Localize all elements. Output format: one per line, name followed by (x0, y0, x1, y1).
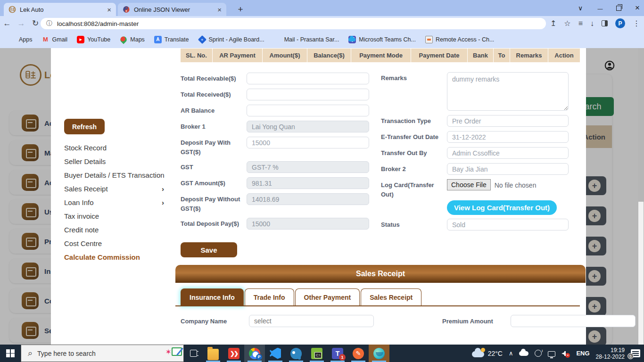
choose-file-button[interactable]: Choose File (447, 179, 491, 190)
tab-sales-receipt[interactable]: Sales Receipt (361, 288, 421, 306)
tray-expand-icon[interactable] (509, 350, 513, 357)
taskbar-teams[interactable]: 1 (327, 345, 348, 362)
new-tab-button[interactable] (235, 4, 246, 15)
bookmark-sprint[interactable]: Sprint - Agile Board... (195, 34, 268, 45)
taskbar-pgadmin[interactable] (286, 345, 306, 362)
menu-item-loan-info[interactable]: Loan Info (64, 196, 173, 209)
taskbar-search-box[interactable]: Type here to search (21, 345, 184, 362)
tab-close-icon[interactable] (217, 6, 222, 14)
insurance-info-form: Company Name Premium Amount (181, 315, 636, 327)
bookmark-maps[interactable]: Maps (116, 34, 149, 45)
total-received-input[interactable] (247, 89, 369, 100)
window-minimize-button[interactable] (596, 4, 604, 12)
temperature: 22°C (488, 350, 503, 357)
tab-other-payment[interactable]: Other Payment (295, 288, 360, 306)
language-indicator[interactable]: ENG (576, 350, 589, 357)
premium-amount-input[interactable] (511, 315, 636, 327)
screen: Lek Auto Online JSON Viewer localhost:80… (0, 0, 644, 362)
taskbar-chrome[interactable]: P (244, 345, 265, 362)
volume-muted-icon[interactable] (561, 350, 570, 357)
bookmark-remote-access[interactable]: Remote Access - Ch... (421, 34, 498, 45)
network-display-icon[interactable] (548, 351, 555, 357)
taskbar-remote-app[interactable] (223, 345, 244, 362)
bookmark-apps[interactable]: Apps (5, 34, 36, 45)
bookmark-star-icon[interactable] (564, 19, 570, 28)
refresh-button[interactable]: Refresh (64, 119, 105, 134)
payment-form-left: Total Receivable($) Total Received($) AR… (181, 73, 379, 257)
field-label: Total Receivable($) (181, 73, 247, 84)
page-scrollbar[interactable] (638, 48, 644, 345)
side-panel-icon[interactable] (602, 20, 608, 26)
bookmark-translate[interactable]: Translate (150, 34, 193, 45)
bookmark-mail[interactable]: Mail - Prasanta Sar... (270, 34, 343, 45)
view-log-card-button[interactable]: View Log Card(Transfer Out) (447, 200, 557, 215)
company-name-select[interactable] (249, 315, 374, 327)
sprint-diamond-icon (198, 35, 206, 43)
back-button[interactable] (0, 19, 14, 28)
menu-item-stock-record[interactable]: Stock Record (64, 141, 173, 155)
address-bar[interactable]: localhost:8082/admin-master (41, 18, 546, 29)
window-restore-button[interactable] (616, 6, 621, 11)
menu-item-credit-note[interactable]: Credit note (64, 223, 173, 237)
tab-trade-info[interactable]: Trade Info (245, 288, 294, 306)
bookmark-youtube[interactable]: YouTube (73, 34, 114, 45)
sync-status-icon[interactable] (535, 350, 542, 357)
share-icon[interactable] (550, 19, 556, 28)
bookmark-gmail[interactable]: MGmail (38, 34, 72, 45)
field-label: AR Balance (181, 105, 247, 116)
task-view-button[interactable] (184, 345, 203, 362)
taskbar-edge[interactable] (369, 345, 389, 362)
menu-item-cost-centre[interactable]: Cost Centre (64, 237, 173, 250)
tab-title: Online JSON Viewer (134, 6, 215, 13)
taskbar-file-explorer[interactable] (203, 345, 223, 362)
deposit-with-gst-input[interactable] (247, 137, 369, 148)
taskbar-terminal-app[interactable] (306, 345, 327, 362)
onedrive-icon[interactable] (519, 351, 528, 356)
reading-list-icon[interactable] (578, 19, 583, 28)
total-receivable-input[interactable] (247, 73, 369, 84)
menu-item-sales-receipt[interactable]: Sales Receipt (64, 182, 173, 196)
premium-amount-label: Premium Amount (442, 318, 511, 325)
field-label: Broker 2 (381, 163, 447, 175)
status-input[interactable] (447, 219, 569, 230)
transfer-out-by-input[interactable] (447, 147, 569, 159)
etransfer-out-date-input[interactable] (447, 131, 569, 143)
window-close-button[interactable] (634, 3, 641, 13)
menu-item-buyer-details[interactable]: Buyer Details / ETS Transaction (64, 168, 173, 182)
broker2-input[interactable] (447, 163, 569, 175)
search-highlight-art[interactable] (165, 347, 181, 356)
downloads-icon[interactable] (590, 19, 594, 28)
taskbar-editor-app[interactable] (348, 345, 369, 362)
site-info-icon[interactable] (46, 19, 52, 28)
field-label: Total Deposit Pay($) (181, 218, 247, 230)
bookmarks-bar: Apps MGmail YouTube Maps Translate Sprin… (0, 31, 644, 48)
weather-widget[interactable]: 22°C (472, 349, 503, 357)
profile-avatar[interactable]: P (615, 18, 625, 28)
save-button[interactable]: Save (181, 242, 237, 257)
start-button[interactable] (0, 345, 21, 362)
log-card-file-input[interactable]: Choose File No file chosen (447, 179, 569, 199)
chrome-menu-icon[interactable] (633, 19, 640, 28)
transaction-type-input[interactable] (447, 115, 569, 127)
taskbar-vscode[interactable] (265, 345, 286, 362)
scrollbar-thumb[interactable] (638, 202, 644, 345)
col-payment-mode: Payment Mode (351, 49, 411, 62)
taskbar-clock[interactable]: 19:19 28-12-2022 (596, 347, 625, 360)
ar-balance-input[interactable] (247, 105, 369, 116)
tabs-divider (175, 305, 580, 306)
menu-item-seller-details[interactable]: Seller Details (64, 155, 173, 168)
menu-item-calculate-commission[interactable]: Calculate Commission (64, 250, 173, 264)
window-menu-caret-icon[interactable] (577, 4, 584, 12)
tab-lek-auto[interactable]: Lek Auto (4, 3, 116, 16)
notification-count-badge: 5 (627, 353, 634, 359)
tab-json-viewer[interactable]: Online JSON Viewer (118, 3, 226, 16)
menu-item-tax-invoice[interactable]: Tax invoice (64, 209, 173, 223)
bookmark-teams[interactable]: Microsoft Teams Ch... (345, 34, 420, 45)
forward-button[interactable] (14, 19, 28, 28)
tab-close-icon[interactable] (107, 6, 111, 14)
remarks-textarea[interactable]: dummy remarks (447, 72, 569, 111)
spark-icon (165, 347, 172, 356)
action-center-icon[interactable]: 5 (631, 349, 640, 357)
col-to: To (494, 49, 510, 62)
tab-insurance-info[interactable]: Insurance Info (181, 288, 244, 306)
